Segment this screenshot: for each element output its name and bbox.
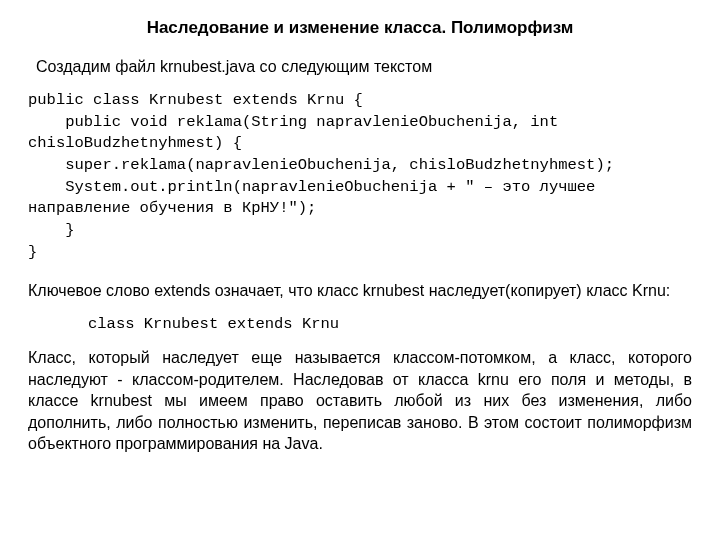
intro-text: Создадим файл krnubest.java со следующим… <box>36 58 692 76</box>
code-block-main: public class Krnubest extends Krnu { pub… <box>28 90 692 264</box>
page-title: Наследование и изменение класса. Полимор… <box>28 18 692 38</box>
paragraph-polymorphism: Класс, который наследует еще называется … <box>28 347 692 455</box>
code-snippet-extends: class Krnubest extends Krnu <box>88 315 692 333</box>
paragraph-extends: Ключевое слово extends означает, что кла… <box>28 280 692 302</box>
document-page: Наследование и изменение класса. Полимор… <box>0 0 720 455</box>
